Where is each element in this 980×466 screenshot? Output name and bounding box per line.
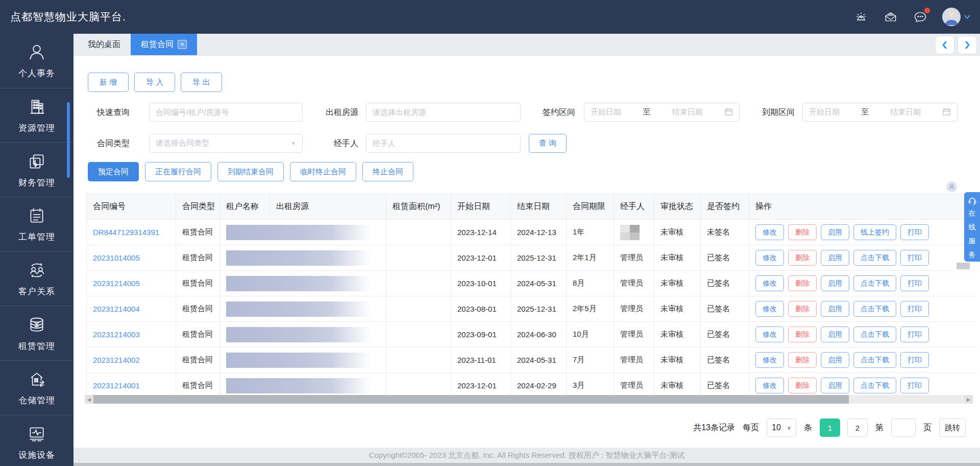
enable-button[interactable]: 启用 bbox=[821, 352, 849, 368]
edit-button[interactable]: 修改 bbox=[755, 378, 784, 393]
export-button[interactable]: 导 出 bbox=[181, 73, 222, 92]
delete-button[interactable]: 删除 bbox=[788, 275, 817, 291]
scrollbar-thumb[interactable] bbox=[93, 395, 849, 404]
print-button[interactable]: 打印 bbox=[900, 352, 929, 368]
status-tab-terminated[interactable]: 终止合同 bbox=[362, 162, 413, 181]
actions-cell: 修改删除启用点击下载打印 bbox=[749, 322, 977, 347]
tab-scroll-right-button[interactable] bbox=[958, 36, 977, 54]
goto-prefix: 第 bbox=[875, 423, 884, 433]
close-icon[interactable]: × bbox=[178, 40, 187, 49]
online-service-button[interactable]: 在线服务 bbox=[964, 192, 980, 262]
delete-button[interactable]: 删除 bbox=[788, 352, 817, 368]
quick-query-input[interactable] bbox=[149, 103, 303, 122]
horizontal-scrollbar[interactable]: ◀ ▶ bbox=[85, 395, 973, 404]
sidebar-item-facility[interactable]: 设施设备 bbox=[0, 415, 74, 466]
page-button-2[interactable]: 2 bbox=[847, 418, 868, 437]
contract-type-select[interactable]: 请选择合同类型 ▼ bbox=[149, 134, 303, 153]
avatar[interactable] bbox=[942, 8, 961, 26]
redacted-bar bbox=[226, 301, 375, 317]
contract-no-link[interactable]: 20231014005 bbox=[93, 253, 140, 262]
print-button[interactable]: 打印 bbox=[900, 224, 929, 240]
sidebar-item-finance[interactable]: 财务管理 bbox=[0, 143, 74, 197]
enable-button[interactable]: 启用 bbox=[821, 301, 849, 317]
status-tab-active[interactable]: 正在履行合同 bbox=[145, 162, 211, 181]
enable-button[interactable]: 启用 bbox=[821, 224, 849, 240]
download-button[interactable]: 点击下载 bbox=[853, 378, 896, 393]
print-button[interactable]: 打印 bbox=[900, 275, 929, 291]
contract-no-link[interactable]: 20231214004 bbox=[93, 305, 140, 313]
edit-button[interactable]: 修改 bbox=[755, 327, 784, 342]
enable-button[interactable]: 启用 bbox=[821, 275, 849, 291]
status-tab-temp-ended[interactable]: 临时终止合同 bbox=[290, 162, 356, 181]
edit-button[interactable]: 修改 bbox=[755, 224, 784, 240]
delete-button[interactable]: 删除 bbox=[788, 301, 817, 317]
download-button[interactable]: 点击下载 bbox=[853, 250, 896, 266]
delete-button[interactable]: 删除 bbox=[788, 224, 817, 240]
sidebar-item-label: 个人事务 bbox=[18, 67, 55, 79]
add-button[interactable]: 新 增 bbox=[88, 73, 129, 92]
per-page-select[interactable]: 10 ∨ bbox=[767, 418, 796, 437]
sidebar-item-warehouse[interactable]: 仓储管理 bbox=[0, 361, 74, 415]
import-button[interactable]: 导 入 bbox=[134, 73, 175, 92]
expire-range-picker[interactable]: 开始日期 至 结束日期 bbox=[802, 103, 958, 122]
scroll-right-arrow-icon[interactable]: ▶ bbox=[964, 395, 973, 404]
sidebar-item-lease[interactable]: 租赁管理 bbox=[0, 306, 74, 361]
sidebar-collapse-handle[interactable] bbox=[67, 102, 70, 178]
online-sign-button[interactable]: 线上签约 bbox=[853, 224, 896, 240]
page-jump-button[interactable]: 跳转 bbox=[939, 418, 966, 437]
print-button[interactable]: 打印 bbox=[900, 301, 929, 317]
service-avatar-icon[interactable] bbox=[946, 181, 957, 192]
sidebar-item-customers[interactable]: 客户关系 bbox=[0, 252, 74, 307]
print-button[interactable]: 打印 bbox=[900, 378, 929, 393]
alarm-icon[interactable] bbox=[853, 9, 869, 25]
contract-no-link[interactable]: 20231214005 bbox=[93, 279, 140, 288]
sign-range-end[interactable]: 结束日期 bbox=[672, 107, 703, 117]
download-button[interactable]: 点击下载 bbox=[853, 327, 896, 342]
download-button[interactable]: 点击下载 bbox=[853, 301, 896, 317]
edit-button[interactable]: 修改 bbox=[755, 250, 784, 266]
print-button[interactable]: 打印 bbox=[900, 327, 929, 342]
tab-my-desktop[interactable]: 我的桌面 bbox=[78, 34, 131, 55]
enable-button[interactable]: 启用 bbox=[821, 378, 849, 393]
status-tab-reserved[interactable]: 预定合同 bbox=[88, 162, 139, 181]
status-tab-expired[interactable]: 到期结束合同 bbox=[217, 162, 284, 181]
tab-scroll-left-button[interactable] bbox=[935, 36, 954, 54]
tenant-and-source-cell bbox=[220, 322, 386, 347]
tab-lease-contract[interactable]: 租赁合同× bbox=[131, 34, 197, 55]
sign-status-cell: 已签名 bbox=[701, 296, 749, 322]
mail-icon[interactable] bbox=[883, 9, 898, 25]
edit-button[interactable]: 修改 bbox=[755, 352, 784, 368]
sign-range-picker[interactable]: 开始日期 至 结束日期 bbox=[584, 103, 740, 122]
expire-range-end[interactable]: 结束日期 bbox=[890, 107, 921, 117]
enable-button[interactable]: 启用 bbox=[821, 250, 849, 266]
print-button[interactable]: 打印 bbox=[900, 250, 929, 266]
sidebar-item-personal[interactable]: 个人事务 bbox=[0, 34, 74, 88]
sidebar-item-workorder[interactable]: 工单管理 bbox=[0, 197, 74, 252]
user-menu[interactable] bbox=[942, 8, 971, 26]
page-jump-input[interactable] bbox=[891, 418, 916, 437]
enable-button[interactable]: 启用 bbox=[821, 327, 849, 342]
search-button[interactable]: 查 询 bbox=[529, 134, 567, 153]
total-records: 共13条记录 bbox=[693, 423, 735, 433]
page-button-1[interactable]: 1 bbox=[820, 418, 840, 437]
contract-no-link[interactable]: DR8447129314391 bbox=[93, 228, 159, 237]
delete-button[interactable]: 删除 bbox=[788, 250, 817, 266]
message-icon[interactable] bbox=[913, 9, 928, 25]
download-button[interactable]: 点击下载 bbox=[853, 275, 896, 291]
sidebar-item-resources[interactable]: 资源管理 bbox=[0, 88, 74, 143]
handler-input[interactable] bbox=[366, 134, 521, 153]
contract-no-link[interactable]: 20231214002 bbox=[93, 356, 140, 364]
delete-button[interactable]: 删除 bbox=[788, 327, 817, 342]
contract-no-link[interactable]: 20231214003 bbox=[93, 330, 140, 339]
sign-range-start[interactable]: 开始日期 bbox=[591, 107, 621, 117]
download-button[interactable]: 点击下载 bbox=[853, 352, 896, 368]
edit-button[interactable]: 修改 bbox=[755, 275, 784, 291]
contract-no-link[interactable]: 20231214001 bbox=[93, 381, 140, 390]
vertical-scrollbar-thumb[interactable] bbox=[957, 263, 970, 269]
delete-button[interactable]: 删除 bbox=[788, 378, 817, 393]
scroll-left-arrow-icon[interactable]: ◀ bbox=[85, 395, 93, 404]
expire-range-start[interactable]: 开始日期 bbox=[809, 107, 840, 117]
edit-button[interactable]: 修改 bbox=[755, 301, 784, 317]
rental-source-input[interactable] bbox=[366, 103, 521, 122]
contract-no-cell: 20231214003 bbox=[87, 322, 176, 347]
